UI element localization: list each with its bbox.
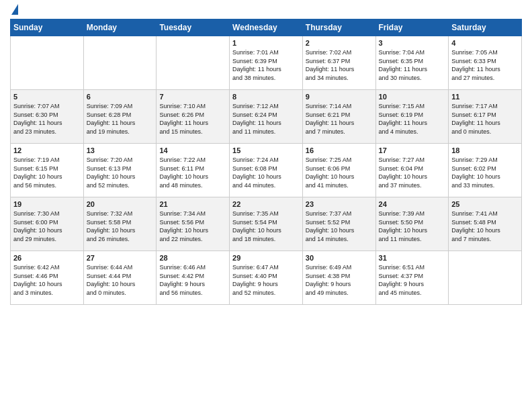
page-header — [10, 7, 522, 15]
day-number: 29 — [232, 254, 300, 262]
day-number: 31 — [379, 254, 446, 262]
cell-info: Sunrise: 7:17 AM Sunset: 6:17 PM Dayligh… — [451, 102, 519, 136]
calendar-cell — [449, 251, 522, 305]
calendar-table: SundayMondayTuesdayWednesdayThursdayFrid… — [10, 19, 522, 305]
cell-info: Sunrise: 7:02 AM Sunset: 6:37 PM Dayligh… — [306, 48, 373, 82]
cell-info: Sunrise: 7:10 AM Sunset: 6:26 PM Dayligh… — [159, 102, 226, 136]
calendar-cell: 19Sunrise: 7:30 AM Sunset: 6:00 PM Dayli… — [11, 197, 84, 251]
day-number: 16 — [306, 146, 373, 154]
day-number: 13 — [87, 146, 154, 154]
cell-info: Sunrise: 7:22 AM Sunset: 6:11 PM Dayligh… — [159, 156, 226, 189]
calendar-cell: 6Sunrise: 7:09 AM Sunset: 6:28 PM Daylig… — [83, 90, 157, 144]
cell-info: Sunrise: 7:27 AM Sunset: 6:04 PM Dayligh… — [379, 156, 446, 189]
day-number: 8 — [232, 93, 300, 101]
day-number: 24 — [379, 200, 446, 208]
calendar-cell: 8Sunrise: 7:12 AM Sunset: 6:24 PM Daylig… — [230, 90, 303, 144]
day-number: 19 — [13, 200, 81, 208]
page-container: SundayMondayTuesdayWednesdayThursdayFrid… — [0, 0, 532, 308]
calendar-week-row: 5Sunrise: 7:07 AM Sunset: 6:30 PM Daylig… — [11, 90, 522, 144]
calendar-cell — [157, 36, 230, 90]
day-number: 25 — [451, 200, 519, 208]
cell-info: Sunrise: 7:09 AM Sunset: 6:28 PM Dayligh… — [87, 102, 154, 136]
calendar-week-row: 1Sunrise: 7:01 AM Sunset: 6:39 PM Daylig… — [11, 36, 522, 90]
cell-info: Sunrise: 6:46 AM Sunset: 4:42 PM Dayligh… — [159, 263, 226, 297]
weekday-header: Saturday — [449, 19, 522, 36]
calendar-cell: 22Sunrise: 7:35 AM Sunset: 5:54 PM Dayli… — [230, 197, 303, 251]
calendar-cell: 30Sunrise: 6:49 AM Sunset: 4:38 PM Dayli… — [302, 251, 375, 305]
calendar-week-row: 19Sunrise: 7:30 AM Sunset: 6:00 PM Dayli… — [11, 197, 522, 251]
calendar-cell: 13Sunrise: 7:20 AM Sunset: 6:13 PM Dayli… — [83, 144, 157, 197]
calendar-week-row: 12Sunrise: 7:19 AM Sunset: 6:15 PM Dayli… — [11, 144, 522, 197]
day-number: 21 — [159, 200, 226, 208]
calendar-cell: 5Sunrise: 7:07 AM Sunset: 6:30 PM Daylig… — [11, 90, 84, 144]
cell-info: Sunrise: 7:07 AM Sunset: 6:30 PM Dayligh… — [13, 102, 81, 136]
calendar-cell: 4Sunrise: 7:05 AM Sunset: 6:33 PM Daylig… — [449, 36, 522, 90]
calendar-cell: 23Sunrise: 7:37 AM Sunset: 5:52 PM Dayli… — [302, 197, 375, 251]
cell-info: Sunrise: 7:30 AM Sunset: 6:00 PM Dayligh… — [13, 210, 81, 243]
day-number: 3 — [379, 39, 446, 47]
day-number: 23 — [306, 200, 373, 208]
cell-info: Sunrise: 6:51 AM Sunset: 4:37 PM Dayligh… — [379, 263, 446, 297]
day-number: 9 — [306, 93, 373, 101]
day-number: 1 — [232, 39, 300, 47]
cell-info: Sunrise: 7:41 AM Sunset: 5:48 PM Dayligh… — [451, 210, 519, 243]
cell-info: Sunrise: 6:44 AM Sunset: 4:44 PM Dayligh… — [87, 263, 154, 297]
calendar-cell: 17Sunrise: 7:27 AM Sunset: 6:04 PM Dayli… — [375, 144, 449, 197]
cell-info: Sunrise: 6:42 AM Sunset: 4:46 PM Dayligh… — [13, 263, 81, 297]
day-number: 12 — [13, 146, 81, 154]
cell-info: Sunrise: 7:15 AM Sunset: 6:19 PM Dayligh… — [379, 102, 446, 136]
day-number: 30 — [306, 254, 373, 262]
calendar-cell: 3Sunrise: 7:04 AM Sunset: 6:35 PM Daylig… — [375, 36, 449, 90]
day-number: 11 — [451, 93, 519, 101]
calendar-cell: 7Sunrise: 7:10 AM Sunset: 6:26 PM Daylig… — [157, 90, 230, 144]
cell-info: Sunrise: 7:25 AM Sunset: 6:06 PM Dayligh… — [306, 156, 373, 189]
calendar-week-row: 26Sunrise: 6:42 AM Sunset: 4:46 PM Dayli… — [11, 251, 522, 305]
cell-info: Sunrise: 6:47 AM Sunset: 4:40 PM Dayligh… — [232, 263, 300, 297]
cell-info: Sunrise: 7:29 AM Sunset: 6:02 PM Dayligh… — [451, 156, 519, 189]
day-number: 20 — [87, 200, 154, 208]
cell-info: Sunrise: 7:37 AM Sunset: 5:52 PM Dayligh… — [306, 210, 373, 243]
calendar-cell: 2Sunrise: 7:02 AM Sunset: 6:37 PM Daylig… — [302, 36, 375, 90]
day-number: 14 — [159, 146, 226, 154]
calendar-cell: 20Sunrise: 7:32 AM Sunset: 5:58 PM Dayli… — [83, 197, 157, 251]
day-number: 17 — [379, 146, 446, 154]
cell-info: Sunrise: 7:34 AM Sunset: 5:56 PM Dayligh… — [159, 210, 226, 243]
calendar-cell: 12Sunrise: 7:19 AM Sunset: 6:15 PM Dayli… — [11, 144, 84, 197]
calendar-cell: 28Sunrise: 6:46 AM Sunset: 4:42 PM Dayli… — [157, 251, 230, 305]
calendar-cell: 29Sunrise: 6:47 AM Sunset: 4:40 PM Dayli… — [230, 251, 303, 305]
calendar-cell: 15Sunrise: 7:24 AM Sunset: 6:08 PM Dayli… — [230, 144, 303, 197]
day-number: 2 — [306, 39, 373, 47]
day-number: 6 — [87, 93, 154, 101]
cell-info: Sunrise: 6:49 AM Sunset: 4:38 PM Dayligh… — [306, 263, 373, 297]
calendar-cell: 11Sunrise: 7:17 AM Sunset: 6:17 PM Dayli… — [449, 90, 522, 144]
day-number: 26 — [13, 254, 81, 262]
weekday-header: Thursday — [302, 19, 375, 36]
logo — [10, 7, 18, 15]
calendar-cell: 24Sunrise: 7:39 AM Sunset: 5:50 PM Dayli… — [375, 197, 449, 251]
header-row: SundayMondayTuesdayWednesdayThursdayFrid… — [11, 19, 522, 36]
cell-info: Sunrise: 7:20 AM Sunset: 6:13 PM Dayligh… — [87, 156, 154, 189]
day-number: 22 — [232, 200, 300, 208]
cell-info: Sunrise: 7:19 AM Sunset: 6:15 PM Dayligh… — [13, 156, 81, 189]
cell-info: Sunrise: 7:14 AM Sunset: 6:21 PM Dayligh… — [306, 102, 373, 136]
weekday-header: Tuesday — [157, 19, 230, 36]
weekday-header: Friday — [375, 19, 449, 36]
calendar-cell: 18Sunrise: 7:29 AM Sunset: 6:02 PM Dayli… — [449, 144, 522, 197]
cell-info: Sunrise: 7:35 AM Sunset: 5:54 PM Dayligh… — [232, 210, 300, 243]
calendar-cell: 16Sunrise: 7:25 AM Sunset: 6:06 PM Dayli… — [302, 144, 375, 197]
day-number: 7 — [159, 93, 226, 101]
calendar-cell — [11, 36, 84, 90]
calendar-cell: 1Sunrise: 7:01 AM Sunset: 6:39 PM Daylig… — [230, 36, 303, 90]
day-number: 4 — [451, 39, 519, 47]
weekday-header: Wednesday — [230, 19, 303, 36]
cell-info: Sunrise: 7:32 AM Sunset: 5:58 PM Dayligh… — [87, 210, 154, 243]
day-number: 27 — [87, 254, 154, 262]
day-number: 10 — [379, 93, 446, 101]
cell-info: Sunrise: 7:39 AM Sunset: 5:50 PM Dayligh… — [379, 210, 446, 243]
calendar-cell: 14Sunrise: 7:22 AM Sunset: 6:11 PM Dayli… — [157, 144, 230, 197]
logo-triangle-icon — [11, 4, 18, 15]
day-number: 18 — [451, 146, 519, 154]
calendar-cell: 10Sunrise: 7:15 AM Sunset: 6:19 PM Dayli… — [375, 90, 449, 144]
calendar-cell: 27Sunrise: 6:44 AM Sunset: 4:44 PM Dayli… — [83, 251, 157, 305]
cell-info: Sunrise: 7:01 AM Sunset: 6:39 PM Dayligh… — [232, 48, 300, 82]
